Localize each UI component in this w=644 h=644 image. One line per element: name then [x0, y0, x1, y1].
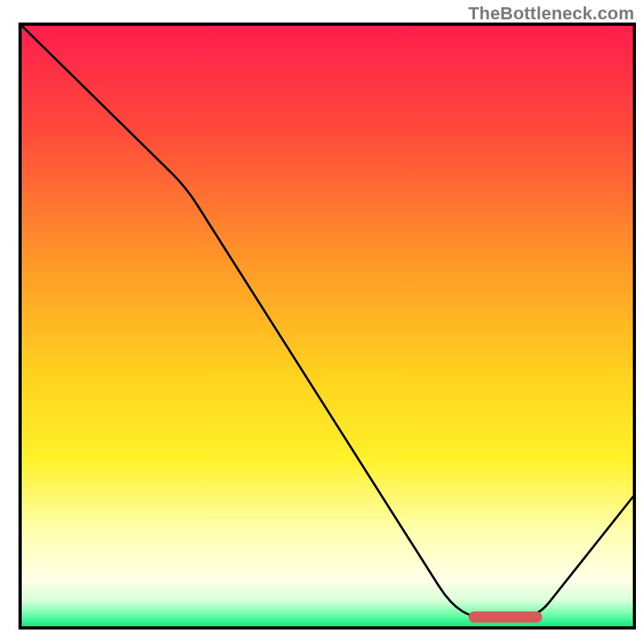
chart-container: TheBottleneck.com	[0, 0, 644, 644]
svg-rect-0	[469, 612, 543, 623]
bottleneck-chart	[0, 0, 644, 644]
watermark-text: TheBottleneck.com	[469, 3, 634, 24]
selected-range-marker	[469, 612, 543, 623]
